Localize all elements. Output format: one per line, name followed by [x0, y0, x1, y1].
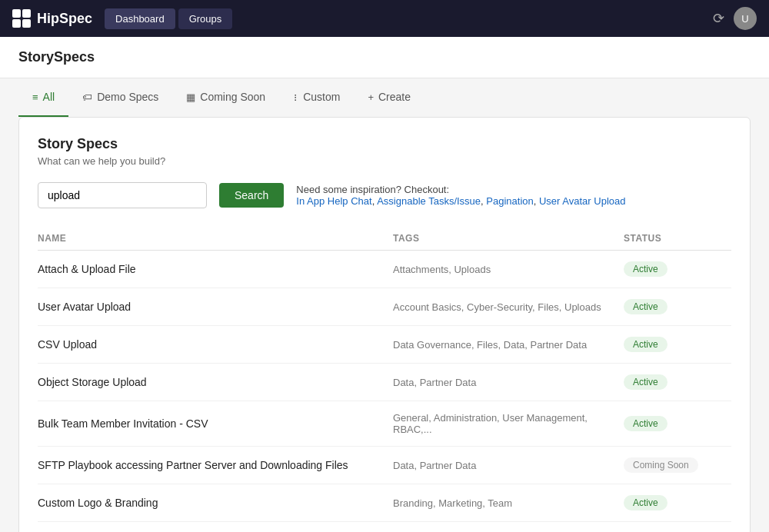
- tab-all[interactable]: ≡ All: [18, 78, 68, 117]
- table-body: Attach & Upload File Attachments, Upload…: [38, 251, 731, 532]
- groups-nav-button[interactable]: Groups: [178, 8, 233, 29]
- app-name: HipSpec: [37, 11, 92, 27]
- row-name: Attach & Upload File: [38, 263, 393, 275]
- row-name: Custom Logo & Branding: [38, 497, 393, 509]
- tab-coming-soon-icon: ▦: [186, 91, 195, 103]
- row-tags: Account Basics, Cyber-Security, Files, U…: [393, 301, 624, 313]
- col-header-tags: TAGS: [393, 233, 624, 244]
- table-row[interactable]: Bulk Team Member Invitation - CSV Genera…: [38, 401, 731, 447]
- row-name: CSV Upload: [38, 338, 393, 351]
- card-subtitle: What can we help you build?: [38, 155, 731, 167]
- tab-create-label: Create: [378, 91, 411, 103]
- inspiration-link-user-avatar[interactable]: User Avatar Upload: [539, 195, 626, 207]
- row-tags: Attachments, Uploads: [393, 264, 624, 275]
- table-row[interactable]: SFTP Playbook for Partner Upload Data, P…: [38, 522, 731, 532]
- tab-custom-label: Custom: [303, 91, 340, 103]
- status-badge: Active: [624, 416, 667, 431]
- status-badge: Coming Soon: [624, 457, 698, 473]
- user-avatar[interactable]: U: [734, 7, 757, 30]
- tab-demo-specs[interactable]: 🏷 Demo Specs: [68, 78, 172, 117]
- inspiration-block: Need some inspiration? Checkout: In App …: [296, 184, 625, 207]
- row-status: Active: [624, 299, 731, 314]
- col-header-status: STATUS: [624, 233, 731, 244]
- tab-create-icon: +: [368, 91, 374, 103]
- tab-custom[interactable]: ⫶ Custom: [279, 78, 354, 117]
- inspiration-link-pagination[interactable]: Pagination: [486, 195, 533, 207]
- status-badge: Active: [624, 261, 667, 277]
- table-row[interactable]: Attach & Upload File Attachments, Upload…: [38, 251, 731, 288]
- tab-custom-icon: ⫶: [293, 91, 298, 103]
- tab-coming-soon[interactable]: ▦ Coming Soon: [172, 78, 279, 117]
- row-status: Coming Soon: [624, 457, 731, 473]
- story-specs-card: Story Specs What can we help you build? …: [18, 117, 751, 532]
- row-status: Active: [624, 416, 731, 431]
- row-name: Object Storage Upload: [38, 376, 393, 388]
- table-row[interactable]: Object Storage Upload Data, Partner Data…: [38, 364, 731, 401]
- inspiration-prompt: Need some inspiration? Checkout:: [296, 184, 625, 195]
- page-header: StorySpecs: [0, 37, 769, 78]
- row-name: Bulk Team Member Invitation - CSV: [38, 417, 393, 430]
- search-button[interactable]: Search: [219, 183, 284, 208]
- status-badge: Active: [624, 374, 667, 390]
- status-badge: Active: [624, 337, 667, 352]
- tabs: ≡ All 🏷 Demo Specs ▦ Coming Soon ⫶ Custo…: [18, 78, 751, 117]
- page-title: StorySpecs: [18, 49, 751, 65]
- tab-create[interactable]: + Create: [354, 78, 424, 117]
- row-tags: Data, Partner Data: [393, 460, 624, 471]
- tab-demo-specs-label: Demo Specs: [97, 91, 158, 103]
- status-badge: Active: [624, 299, 667, 314]
- col-header-name: NAME: [38, 233, 393, 244]
- table-row[interactable]: User Avatar Upload Account Basics, Cyber…: [38, 288, 731, 326]
- tab-all-icon: ≡: [32, 91, 38, 103]
- row-tags: Data Governance, Files, Data, Partner Da…: [393, 339, 624, 351]
- row-status: Active: [624, 374, 731, 390]
- row-tags: Branding, Marketing, Team: [393, 497, 624, 509]
- topnav-right: ⟳ U: [713, 7, 757, 30]
- refresh-icon[interactable]: ⟳: [713, 10, 724, 27]
- row-status: Active: [624, 495, 731, 510]
- card-title: Story Specs: [38, 136, 731, 152]
- inspiration-links: In App Help Chat, Assignable Tasks/Issue…: [296, 195, 625, 207]
- topnav: HipSpec Dashboard Groups ⟳ U: [0, 0, 769, 37]
- table-row[interactable]: SFTP Playbook accessing Partner Server a…: [38, 447, 731, 484]
- tab-all-label: All: [43, 91, 55, 103]
- row-tags: Data, Partner Data: [393, 377, 624, 388]
- inspiration-link-assignable-tasks[interactable]: Assignable Tasks/Issue: [377, 195, 481, 207]
- row-status: Active: [624, 261, 731, 277]
- table-row[interactable]: CSV Upload Data Governance, Files, Data,…: [38, 326, 731, 364]
- tab-coming-soon-label: Coming Soon: [200, 91, 265, 103]
- logo-icon: [12, 9, 31, 28]
- row-name: SFTP Playbook accessing Partner Server a…: [38, 459, 393, 471]
- status-badge: Active: [624, 495, 667, 510]
- search-row: Search Need some inspiration? Checkout: …: [38, 182, 731, 208]
- row-name: User Avatar Upload: [38, 301, 393, 313]
- main-content: ≡ All 🏷 Demo Specs ▦ Coming Soon ⫶ Custo…: [0, 78, 769, 532]
- table-header: NAME TAGS STATUS: [38, 227, 731, 251]
- row-status: Active: [624, 337, 731, 352]
- row-tags: General, Administration, User Management…: [393, 412, 624, 435]
- dashboard-nav-button[interactable]: Dashboard: [105, 8, 175, 29]
- table-row[interactable]: Custom Logo & Branding Branding, Marketi…: [38, 484, 731, 522]
- search-input[interactable]: [38, 182, 207, 208]
- inspiration-link-in-app-help[interactable]: In App Help Chat: [296, 195, 371, 207]
- app-logo[interactable]: HipSpec: [12, 9, 92, 28]
- tab-demo-specs-icon: 🏷: [82, 91, 92, 103]
